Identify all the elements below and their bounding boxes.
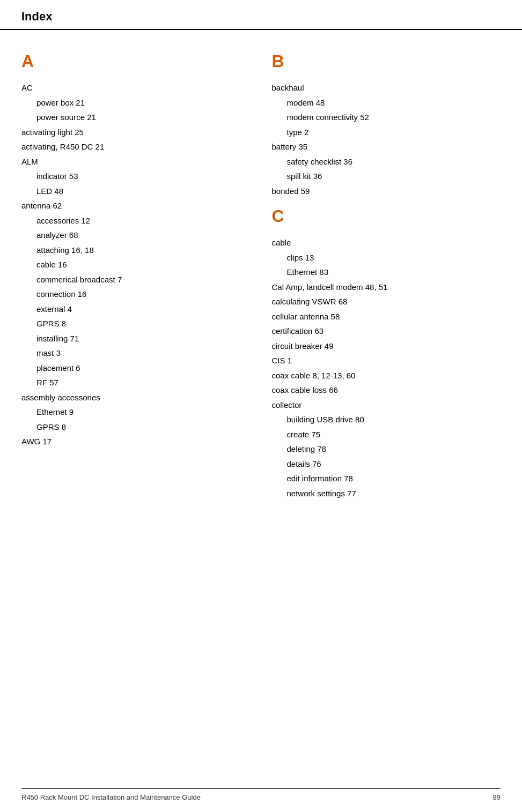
index-entry: power source 21	[36, 110, 251, 124]
index-entry: connection 16	[36, 287, 251, 301]
index-entry: RF 57	[36, 376, 251, 390]
index-entry: assembly accessories	[21, 391, 251, 405]
section-letter-B: B	[272, 51, 501, 71]
index-entry: collector	[272, 398, 501, 412]
index-entry: Ethernet 83	[287, 265, 501, 279]
index-entry: calculating VSWR 68	[272, 295, 501, 309]
index-entry: modem 48	[287, 96, 501, 110]
index-entry: bonded 59	[272, 184, 501, 198]
index-entry: edit information 78	[287, 472, 501, 486]
index-entry: activating, R450 DC 21	[21, 140, 251, 154]
index-entry: spill kit 36	[287, 169, 501, 183]
footer-right: 89	[493, 793, 501, 801]
index-entry: GPRS 8	[36, 420, 251, 434]
footer-left: R450 Rack Mount DC Installation and Main…	[21, 793, 201, 801]
page-header: Index	[0, 0, 522, 30]
index-entry: modem connectivity 52	[287, 110, 501, 124]
page-title: Index	[21, 10, 52, 23]
index-entry: ALM	[21, 155, 251, 169]
index-entry: create 75	[287, 428, 501, 442]
index-entry: clips 13	[287, 251, 501, 265]
index-entry: certification 63	[272, 324, 501, 338]
index-entry: cable 16	[36, 258, 251, 272]
section-letter-C: C	[272, 206, 501, 226]
index-entry: backhaul	[272, 81, 501, 95]
index-entry: placement 6	[36, 361, 251, 375]
index-entry: analyzer 68	[36, 228, 251, 242]
left-column: AACpower box 21power source 21activating…	[21, 46, 251, 501]
content-area: AACpower box 21power source 21activating…	[0, 30, 522, 533]
index-entry: CIS 1	[272, 354, 501, 368]
index-entry: AC	[21, 81, 251, 95]
index-entry: antenna 62	[21, 199, 251, 213]
section-letter-A: A	[21, 51, 251, 71]
index-entry: LED 48	[36, 184, 251, 198]
index-entry: Ethernet 9	[36, 405, 251, 419]
index-entry: circuit breaker 49	[272, 339, 501, 353]
index-entry: cable	[272, 236, 501, 250]
index-entry: Cal Amp, landcell modem 48, 51	[272, 280, 501, 294]
index-entry: indicator 53	[36, 169, 251, 183]
index-entry: GPRS 8	[36, 317, 251, 331]
index-entry: safety checklist 36	[287, 155, 501, 169]
index-entry: building USB drive 80	[287, 413, 501, 427]
index-entry: AWG 17	[21, 435, 251, 449]
index-entry: mast 3	[36, 346, 251, 360]
index-entry: commerical broadcast 7	[36, 273, 251, 287]
index-entry: attaching 16, 18	[36, 243, 251, 257]
index-entry: power box 21	[36, 96, 251, 110]
index-entry: external 4	[36, 302, 251, 316]
index-entry: activating light 25	[21, 125, 251, 139]
index-entry: deleting 78	[287, 442, 501, 456]
index-entry: accessories 12	[36, 214, 251, 228]
page-footer: R450 Rack Mount DC Installation and Main…	[21, 788, 501, 801]
index-entry: details 76	[287, 457, 501, 471]
index-entry: battery 35	[272, 140, 501, 154]
index-entry: network settings 77	[287, 487, 501, 501]
index-entry: type 2	[287, 125, 501, 139]
index-entry: coax cable 8, 12-13, 60	[272, 369, 501, 383]
index-entry: cellular antenna 58	[272, 310, 501, 324]
index-entry: installing 71	[36, 332, 251, 346]
index-entry: coax cable loss 66	[272, 383, 501, 397]
right-column: Bbackhaulmodem 48modem connectivity 52ty…	[272, 46, 501, 501]
